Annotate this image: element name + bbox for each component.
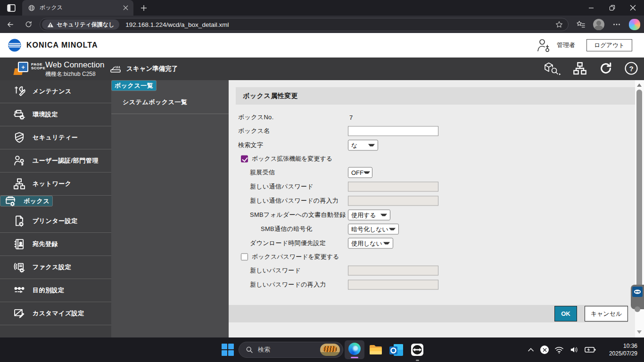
ok-button[interactable]: OK [554,306,577,321]
profile-avatar[interactable] [593,19,604,30]
wifi-icon[interactable] [554,346,564,354]
form-row: ボックスNo.7 [229,111,628,124]
cancel-button[interactable]: キャンセル [585,306,628,321]
tray-close-badge-icon[interactable] [540,346,549,354]
checkbox-label: ボックス拡張機能を変更する [252,155,332,163]
tray-clock[interactable]: 10:36 2025/07/29 [602,342,637,357]
text-input[interactable] [348,126,438,136]
box-icon [3,195,17,208]
content-title-bar: ボックス属性変更 [236,87,635,105]
app-bar: + PAGE SCOPE Web Connection 機種名:bizhub C… [0,58,644,80]
pagescope-logo-icon: + [14,62,28,75]
device-preview-icon[interactable] [542,60,561,76]
taskbar-edge-app[interactable] [345,340,364,359]
printer-settings-icon [12,214,26,228]
select-dropdown[interactable]: な [348,140,378,151]
address-bar[interactable]: セキュリティ保護なし 192.168.1.224/wcd/a_box_detai… [40,18,569,31]
tab-workspaces-icon[interactable] [6,3,17,13]
battery-charging-icon[interactable] [585,346,596,354]
model-name: 機種名:bizhub C258 [45,70,96,78]
submenu-item[interactable]: ボックス一覧 [111,80,157,91]
chevron-down-icon [380,214,387,216]
checkbox[interactable] [241,254,248,261]
help-icon[interactable]: ? [624,61,638,75]
refresh-page-icon[interactable] [599,61,613,75]
select-dropdown[interactable]: OFF [348,167,372,178]
logout-button[interactable]: ログアウト [586,39,632,51]
sidebar-item-label: 宛先登録 [33,240,58,248]
sidebar-item-label: ユーザー認証/部門管理 [33,156,99,165]
teamviewer-edge-panel[interactable] [631,285,644,309]
folder-icon [369,344,383,356]
search-highlight-image[interactable] [320,344,340,356]
more-menu-icon[interactable] [610,18,623,31]
bookmark-star-icon[interactable] [555,20,563,29]
select-dropdown[interactable]: 暗号化しない [348,224,399,235]
svg-text:?: ? [629,65,633,73]
search-icon [246,346,253,354]
select-dropdown[interactable]: 使用する [348,210,390,221]
field-label: 新しい通信パスワード [250,182,314,191]
volume-icon[interactable] [570,346,579,354]
submenu-item[interactable]: システムボックス一覧 [111,91,229,114]
copilot-icon[interactable] [629,19,640,30]
sidebar-item-label: ボックス [24,197,50,206]
sidebar-item[interactable]: カスタマイズ設定 [0,302,111,325]
sidebar-item[interactable]: セキュリティー [0,126,111,149]
favorites-hub-icon[interactable] [574,18,587,31]
taskbar-teamviewer-app[interactable] [410,343,424,356]
url-text[interactable]: 192.168.1.224/wcd/a_box_detail.xml [125,21,555,28]
refresh-button[interactable] [22,18,35,31]
taskbar-outlook-app[interactable] [389,343,404,356]
text-input [348,266,438,276]
browser-tab[interactable]: ボックス [22,0,133,16]
taskbar-search[interactable]: 検索 [239,342,343,358]
start-button[interactable] [221,343,235,357]
checkbox[interactable] [241,156,248,163]
window-minimize-button[interactable] [581,0,602,16]
taskbar-explorer-app[interactable] [369,343,383,356]
sidebar-item[interactable]: ユーザー認証/部門管理 [0,149,111,173]
konica-minolta-logo: KONICA MINOLTA [8,38,98,52]
form-row: 新しい通信パスワードの再入力 [229,194,628,208]
edge-icon [348,343,361,355]
sidebar-item[interactable]: メンテナンス [0,80,111,103]
pagescope-text-bottom: SCOPE [31,66,46,70]
scrollbar-thumb[interactable] [636,90,642,288]
select-dropdown[interactable]: 使用しない [348,238,393,249]
sidebar-item[interactable]: ファクス設定 [0,256,111,279]
new-tab-button[interactable] [139,3,149,13]
form-row: 新しい通信パスワード [229,180,628,194]
chevron-down-icon [363,172,370,174]
sidebar-item[interactable]: プリンター設定 [0,210,111,233]
tray-time: 10:36 [602,342,637,350]
form-row: 新しいパスワードの再入力 [229,278,628,292]
tab-close-icon[interactable] [121,4,130,12]
text-input [348,196,438,206]
sidebar-item-label: メンテナンス [33,87,72,96]
form-row: ボックス拡張機能を変更する [229,152,628,165]
search-placeholder: 検索 [258,346,320,354]
purpose-settings-icon [12,284,26,297]
main-sidebar: メンテナンス環境設定セキュリティーユーザー認証/部門管理ネットワークボックスプリ… [0,80,111,337]
window-close-button[interactable] [622,0,643,16]
network-map-icon[interactable] [572,61,587,76]
sidebar-item[interactable]: ネットワーク [0,173,111,196]
sidebar-item-label: 環境設定 [33,110,58,119]
sidebar-item[interactable]: 環境設定 [0,103,111,126]
sidebar-item[interactable]: ボックス [0,196,53,206]
sidebar-item-label: プリンター設定 [33,217,78,225]
checkbox-label: ボックスパスワードを変更する [252,253,339,261]
window-restore-button[interactable] [602,0,622,16]
scrollbar-up-arrow[interactable] [637,83,642,87]
sidebar-item[interactable]: 宛先登録 [0,233,111,256]
scrollbar-down-arrow[interactable] [637,330,642,334]
network-icon [12,177,26,190]
back-button[interactable] [4,18,17,31]
windows-taskbar: 検索 [0,337,644,362]
globe-logo-icon [8,38,22,52]
form-row: ボックスパスワードを変更する [229,250,628,263]
tray-chevron-icon[interactable] [527,346,535,353]
security-chip[interactable]: セキュリティ保護なし [42,19,119,30]
sidebar-item[interactable]: 目的別設定 [0,279,111,302]
